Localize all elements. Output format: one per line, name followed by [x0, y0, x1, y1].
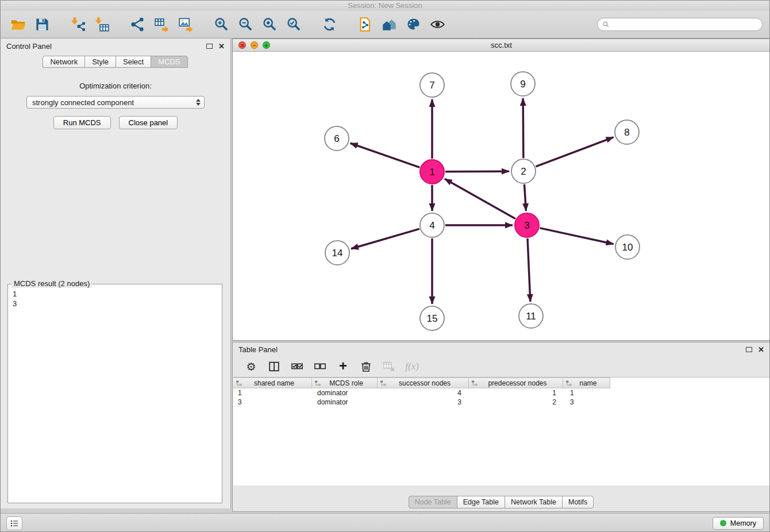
cell-predecessor-nodes[interactable]: 1 — [471, 388, 565, 398]
run-mcds-button[interactable]: Run MCDS — [53, 116, 111, 129]
new-network-icon[interactable] — [127, 14, 148, 35]
graph-edge-1-2[interactable] — [445, 171, 509, 172]
zoom-in-icon[interactable] — [211, 14, 232, 35]
cell-successor-nodes[interactable]: 3 — [379, 398, 471, 407]
cell-successor-nodes[interactable]: 4 — [379, 388, 471, 398]
table-panel-header: Table Panel ✕ — [233, 342, 770, 356]
close-window-icon[interactable]: × — [238, 41, 246, 49]
svg-text:9: 9 — [520, 79, 525, 90]
graph-node-1[interactable]: 1 — [420, 160, 444, 184]
column-header-mcds-role[interactable]: MCDS role — [311, 377, 378, 388]
mcds-result-list: 13 — [8, 284, 222, 313]
graph-node-4[interactable]: 4 — [420, 213, 444, 237]
create-column-icon[interactable]: + — [334, 358, 352, 375]
style-palette-icon[interactable] — [403, 14, 424, 35]
column-header-icon — [380, 380, 387, 387]
delete-columns-icon[interactable] — [357, 358, 375, 375]
graph-node-9[interactable]: 9 — [511, 72, 535, 96]
column-header-successor-nodes[interactable]: successor nodes — [377, 377, 469, 388]
task-history-button[interactable] — [6, 516, 22, 530]
tab-select[interactable]: Select — [116, 56, 151, 68]
graph-edge-1-6[interactable] — [351, 143, 420, 167]
cell-name[interactable]: 3 — [565, 398, 613, 407]
cell-mcds-role[interactable]: dominator — [313, 388, 379, 398]
column-header-predecessor-nodes[interactable]: predecessor nodes — [468, 377, 563, 388]
unselect-all-columns-icon[interactable] — [311, 358, 329, 375]
cell-mcds-role[interactable]: dominator — [313, 398, 379, 407]
show-columns-icon[interactable] — [265, 358, 283, 375]
table-row[interactable]: 3dominator323 — [233, 398, 769, 407]
graph-node-2[interactable]: 2 — [511, 159, 536, 183]
graph-node-11[interactable]: 11 — [519, 304, 543, 328]
tab-edge-table[interactable]: Edge Table — [457, 496, 505, 508]
search-input[interactable] — [613, 20, 757, 29]
optimization-criterion-select[interactable]: strongly connected component — [26, 96, 205, 109]
graph-node-6[interactable]: 6 — [325, 126, 349, 151]
show-hide-icon[interactable] — [427, 14, 448, 35]
main-toolbar-icons — [7, 14, 451, 35]
search-icon — [602, 21, 610, 28]
save-session-icon[interactable] — [32, 14, 52, 35]
network-canvas[interactable]: 7968124314101511 — [233, 52, 770, 340]
cell-predecessor-nodes[interactable]: 2 — [471, 398, 565, 407]
refresh-icon[interactable] — [319, 14, 340, 35]
cell-name[interactable]: 1 — [565, 388, 613, 398]
graph-node-15[interactable]: 15 — [420, 306, 444, 330]
graph-edge-3-11[interactable] — [528, 238, 530, 302]
graph-node-8[interactable]: 8 — [615, 120, 639, 144]
minimize-window-icon[interactable]: − — [251, 41, 258, 49]
graph-edge-3-10[interactable] — [540, 228, 613, 244]
cell-shared-name[interactable]: 3 — [233, 398, 313, 407]
table-toolbar: ⚙+f(x) — [233, 356, 770, 377]
tab-mcds[interactable]: MCDS — [151, 56, 187, 68]
clone-network-icon[interactable] — [355, 14, 375, 35]
zoom-fit-icon[interactable] — [259, 14, 280, 35]
import-table-icon[interactable] — [91, 14, 112, 35]
close-panel-button[interactable]: Close panel — [119, 116, 178, 129]
function-builder-icon: f(x) — [403, 358, 421, 375]
graph-node-14[interactable]: 14 — [325, 241, 349, 265]
select-all-columns-icon[interactable] — [288, 358, 306, 375]
tab-network-table[interactable]: Network Table — [505, 496, 563, 508]
table-row[interactable]: 1dominator411 — [233, 388, 769, 398]
column-header-shared-name[interactable]: shared name — [233, 377, 312, 388]
graph-node-10[interactable]: 10 — [615, 235, 640, 259]
tab-style[interactable]: Style — [84, 56, 116, 68]
cell-shared-name[interactable]: 1 — [233, 388, 313, 398]
column-header-icon — [314, 380, 321, 387]
float-panel-icon[interactable] — [206, 44, 213, 49]
table-settings-icon[interactable]: ⚙ — [242, 358, 260, 375]
mcds-result-title: MCDS result (2 nodes) — [11, 279, 92, 288]
graph-edge-4-14[interactable] — [351, 229, 419, 249]
export-image-icon[interactable] — [175, 14, 196, 35]
close-table-panel-icon[interactable]: ✕ — [758, 346, 764, 353]
dropdown-arrows-icon — [196, 99, 201, 106]
memory-button[interactable]: Memory — [713, 517, 764, 530]
column-header-name[interactable]: name — [563, 377, 610, 388]
svg-text:10: 10 — [622, 242, 633, 253]
close-panel-icon[interactable]: ✕ — [218, 43, 225, 50]
export-table-icon[interactable] — [151, 14, 172, 35]
graph-edge-3-1[interactable] — [445, 179, 515, 218]
zoom-window-icon[interactable]: + — [263, 41, 270, 49]
graph-edge-2-3[interactable] — [524, 184, 526, 211]
graph-node-7[interactable]: 7 — [420, 73, 444, 97]
float-table-panel-icon[interactable] — [746, 347, 752, 352]
import-network-icon[interactable] — [67, 14, 88, 35]
tab-node-table[interactable]: Node Table — [409, 496, 457, 508]
tab-motifs[interactable]: Motifs — [562, 496, 594, 508]
network-view: 7968124314101511 — [233, 52, 770, 340]
table-header-row: shared nameMCDS rolesuccessor nodesprede… — [233, 377, 769, 388]
graph-edge-2-8[interactable] — [536, 137, 614, 167]
mcds-result-node: 1 — [13, 289, 217, 299]
zoom-selected-icon[interactable] — [283, 14, 304, 35]
open-file-icon[interactable] — [7, 14, 28, 35]
zoom-out-icon[interactable] — [235, 14, 256, 35]
node-table: shared nameMCDS rolesuccessor nodesprede… — [233, 377, 769, 485]
search-box[interactable] — [597, 18, 763, 31]
home-icon[interactable] — [379, 14, 399, 35]
tab-network[interactable]: Network — [43, 56, 85, 68]
graph-edge-2-9[interactable] — [523, 98, 523, 158]
graph-node-3[interactable]: 3 — [515, 213, 539, 237]
selected-criterion: strongly connected component — [32, 98, 196, 107]
